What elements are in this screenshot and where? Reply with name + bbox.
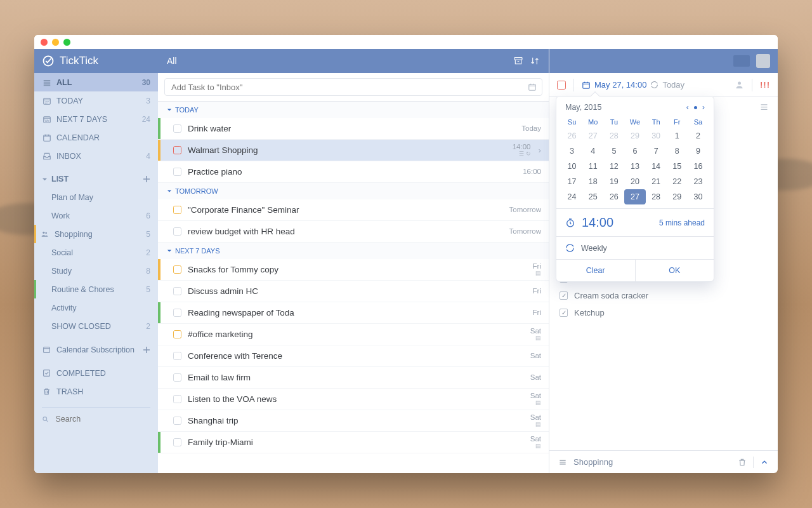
- calendar-day[interactable]: 26: [603, 189, 624, 204]
- sidebar-list-item[interactable]: Plan of May: [34, 188, 158, 206]
- checklist-checkbox[interactable]: ✓: [560, 309, 568, 317]
- calendar-day[interactable]: 2: [688, 128, 709, 144]
- task-checkbox[interactable]: [173, 146, 181, 154]
- task-checkbox[interactable]: [173, 438, 181, 446]
- archive-icon[interactable]: [513, 56, 523, 66]
- sidebar-smart-week[interactable]: We NEXT 7 DAYS 24: [34, 110, 158, 128]
- search-input[interactable]: [54, 414, 150, 424]
- sidebar-list-item[interactable]: Activity: [34, 298, 158, 317]
- task-row[interactable]: Shanghai trip Sat▤: [158, 410, 549, 432]
- calendar-day[interactable]: 5: [603, 144, 624, 159]
- sidebar-smart-all[interactable]: ALL 30: [34, 73, 158, 91]
- sidebar-smart-today[interactable]: 27 TODAY 3: [34, 91, 158, 110]
- calendar-day[interactable]: 7: [646, 144, 667, 159]
- sort-icon[interactable]: [530, 56, 540, 66]
- calendar-day[interactable]: 10: [561, 159, 582, 174]
- detail-list-name[interactable]: Shoppinng: [573, 457, 613, 467]
- calendar-day[interactable]: 27: [582, 128, 603, 144]
- traffic-light-minimize[interactable]: [52, 39, 59, 46]
- user-avatar[interactable]: [756, 54, 770, 68]
- sidebar-list-item[interactable]: Work6: [34, 206, 158, 225]
- task-checkbox[interactable]: [173, 395, 181, 403]
- task-row[interactable]: Family trip-Miami Sat▤: [158, 432, 549, 453]
- calendar-day[interactable]: 9: [688, 144, 709, 159]
- calendar-day[interactable]: 18: [582, 174, 603, 189]
- task-list-body[interactable]: TODAY Drink water Today Walmart Shopping…: [158, 102, 549, 473]
- calendar-day[interactable]: 1: [667, 128, 688, 144]
- calendar-day[interactable]: 29: [667, 189, 688, 204]
- search-row[interactable]: [42, 407, 150, 424]
- calendar-day[interactable]: 19: [603, 174, 624, 189]
- outline-toggle-icon[interactable]: [759, 102, 769, 112]
- calendar-day[interactable]: 11: [582, 159, 603, 174]
- calendar-day[interactable]: 15: [667, 159, 688, 174]
- add-list-icon[interactable]: [143, 175, 150, 183]
- sidebar-list-item[interactable]: Social2: [34, 243, 158, 262]
- trash[interactable]: TRASH: [34, 382, 158, 401]
- task-row[interactable]: Practice piano 16:00: [158, 161, 549, 183]
- today-dot[interactable]: [694, 106, 697, 109]
- sidebar-list-item[interactable]: Routine & Chores5: [34, 280, 158, 298]
- task-checkbox[interactable]: [173, 265, 181, 274]
- priority-indicator[interactable]: !!!: [760, 80, 770, 90]
- add-calendar-icon[interactable]: [143, 346, 150, 354]
- calendar-day[interactable]: 12: [603, 159, 624, 174]
- task-group-header[interactable]: TODAY: [158, 102, 549, 118]
- task-row[interactable]: #office marketing Sat▤: [158, 324, 549, 345]
- task-checkbox[interactable]: [173, 417, 181, 425]
- task-row[interactable]: Reading newspaper of Toda Fri: [158, 302, 549, 324]
- task-checkbox[interactable]: [173, 168, 181, 176]
- calendar-day[interactable]: 14: [646, 159, 667, 174]
- task-row[interactable]: "Corporate Finance" Seminar Tomorrow: [158, 199, 549, 221]
- checklist-item[interactable]: ✓Cream soda cracker: [560, 287, 768, 304]
- sidebar-smart-inbox[interactable]: INBOX 4: [34, 147, 158, 165]
- calendar-day[interactable]: 28: [603, 128, 624, 144]
- calendar-day[interactable]: 3: [561, 144, 582, 159]
- sidebar-smart-cal[interactable]: CALENDAR: [34, 128, 158, 147]
- repeat-value[interactable]: Weekly: [581, 244, 607, 253]
- task-checkbox[interactable]: [173, 352, 181, 360]
- calendar-subscription[interactable]: Calendar Subscription: [34, 340, 158, 359]
- checklist-item[interactable]: ✓Ketchup: [560, 304, 768, 321]
- calendar-day[interactable]: 16: [688, 159, 709, 174]
- task-checkbox[interactable]: [173, 227, 181, 236]
- calendar-day[interactable]: 23: [688, 174, 709, 189]
- clear-button[interactable]: Clear: [556, 260, 636, 281]
- calendar-day[interactable]: 6: [624, 144, 645, 159]
- calendar-day[interactable]: 21: [646, 174, 667, 189]
- checklist-checkbox[interactable]: ✓: [560, 291, 568, 300]
- task-group-header[interactable]: NEXT 7 DAYS: [158, 243, 549, 259]
- task-row[interactable]: Conference with Terence Sat: [158, 345, 549, 367]
- task-row[interactable]: Email to law firm Sat: [158, 367, 549, 389]
- sidebar-list-item[interactable]: Study8: [34, 262, 158, 280]
- calendar-day[interactable]: 17: [561, 174, 582, 189]
- add-task-input[interactable]: [164, 78, 542, 96]
- task-complete-checkbox[interactable]: [557, 81, 566, 90]
- prev-month-button[interactable]: ‹: [686, 103, 689, 112]
- calendar-day[interactable]: 30: [688, 189, 709, 204]
- task-checkbox[interactable]: [173, 373, 181, 382]
- task-row[interactable]: Listen to the VOA news Sat▤: [158, 389, 549, 410]
- calendar-day[interactable]: 8: [667, 144, 688, 159]
- date-button[interactable]: May 27, 14:00 Today: [582, 80, 684, 90]
- task-checkbox[interactable]: [173, 124, 181, 133]
- collapse-detail-icon[interactable]: [760, 458, 769, 467]
- task-checkbox[interactable]: [173, 206, 181, 214]
- completed[interactable]: COMPLETED: [34, 364, 158, 382]
- calendar-day[interactable]: 30: [646, 128, 667, 144]
- task-row[interactable]: review budget with HR head Tomorrow: [158, 221, 549, 243]
- task-checkbox[interactable]: [173, 330, 181, 338]
- calendar-day[interactable]: 26: [561, 128, 582, 144]
- calendar-day[interactable]: 22: [667, 174, 688, 189]
- calendar-day[interactable]: 20: [624, 174, 645, 189]
- assignee-icon[interactable]: [735, 80, 744, 90]
- calendar-day[interactable]: 13: [624, 159, 645, 174]
- reminder-ahead[interactable]: 5 mins ahead: [659, 218, 705, 227]
- show-closed[interactable]: SHOW CLOSED 2: [34, 317, 158, 335]
- calendar-day[interactable]: 25: [582, 189, 603, 204]
- task-row[interactable]: Walmart Shopping 14:00☰↻›: [158, 140, 549, 161]
- calendar-day[interactable]: 29: [624, 128, 645, 144]
- task-group-header[interactable]: TOMORROW: [158, 183, 549, 199]
- task-row[interactable]: Discuss admin HC Fri: [158, 281, 549, 302]
- calendar-day[interactable]: 24: [561, 189, 582, 204]
